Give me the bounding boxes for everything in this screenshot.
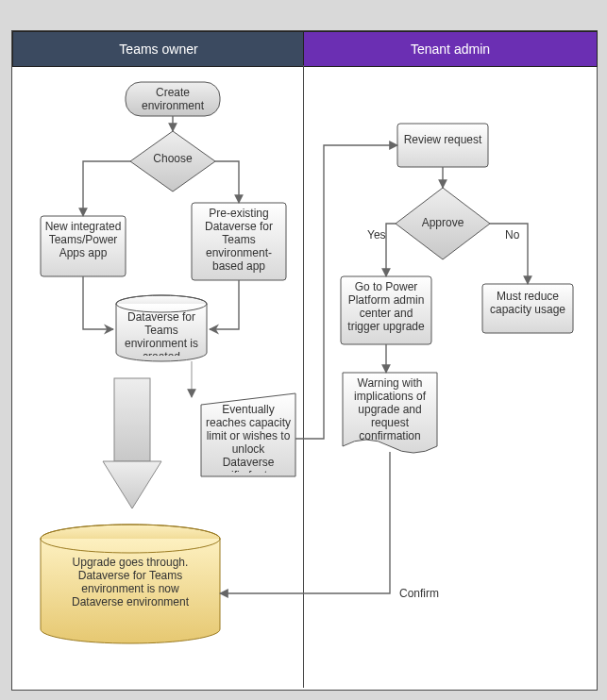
lane-header-label: Tenant admin: [411, 42, 490, 57]
edge: [83, 161, 130, 216]
flowchart: Create environment Choose New integrated…: [12, 65, 597, 688]
node-label: Review request: [399, 133, 486, 146]
node-label: Upgrade goes through. Dataverse for Team…: [58, 556, 203, 608]
node-label: Dataverse for Teams environment is creat…: [120, 310, 203, 356]
big-arrow-icon: [103, 378, 161, 508]
lane-header-tenant-admin: Tenant admin: [303, 31, 598, 67]
svg-rect-2: [114, 378, 150, 461]
edge-approve-yes: [386, 224, 396, 276]
node-label: Approve: [414, 216, 471, 229]
edge-label-no: No: [505, 228, 520, 242]
node-label: Must reduce capacity usage: [484, 290, 571, 316]
node-label: Pre-existing Dataverse for Teams environ…: [194, 207, 284, 273]
swimlane-canvas: Teams owner Tenant admin: [11, 30, 598, 691]
node-label: Go to Power Platform admin center and tr…: [343, 280, 430, 333]
svg-marker-3: [103, 461, 161, 508]
node-label: Eventually reaches capacity limit or wis…: [205, 403, 292, 473]
page: Teams owner Tenant admin: [0, 0, 607, 700]
edge: [215, 161, 239, 203]
edge-label-yes: Yes: [367, 228, 386, 242]
topbar: [0, 0, 607, 30]
edge: [210, 280, 239, 329]
lane-header-teams-owner: Teams owner: [12, 31, 305, 67]
edge: [83, 276, 113, 329]
node-label: Choose: [140, 152, 206, 165]
node-label: Create environment: [126, 82, 220, 116]
lane-header-label: Teams owner: [119, 42, 197, 57]
edge-label-confirm: Confirm: [399, 587, 439, 600]
node-label: New integrated Teams/Power Apps app: [42, 220, 124, 259]
node-label: Warning with implications of upgrade and…: [346, 376, 433, 442]
